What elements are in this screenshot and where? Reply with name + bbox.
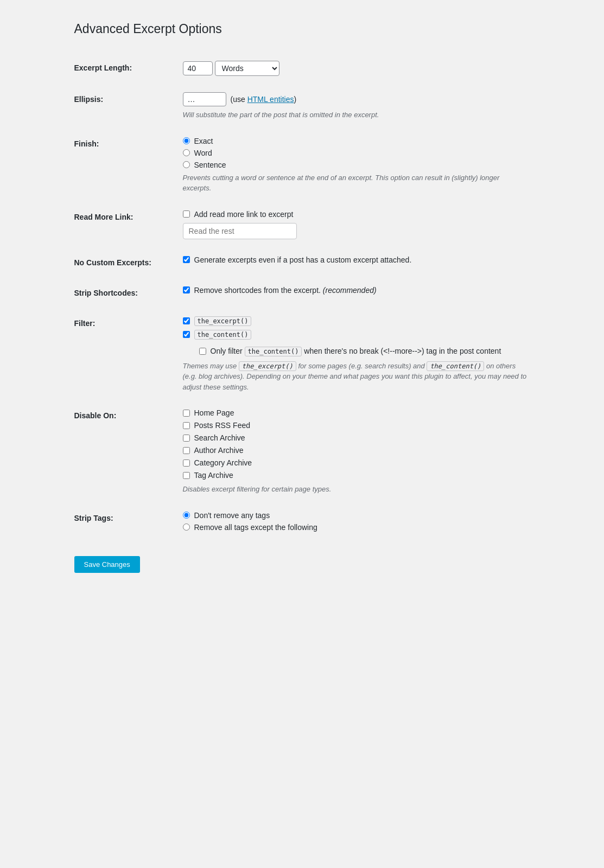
excerpt-length-wrapper: Words Characters	[183, 61, 530, 76]
only-filter-code: the_content()	[245, 347, 302, 356]
strip-tags-radio-group: Don't remove any tags Remove all tags ex…	[183, 511, 530, 532]
no-custom-excerpts-label: No Custom Excerpts:	[74, 247, 183, 278]
filter-label: Filter:	[74, 308, 183, 401]
strip-tags-except-radio[interactable]: Remove all tags except the following	[183, 523, 530, 532]
ellipsis-row: (use HTML entities)	[183, 92, 530, 106]
strip-shortcodes-text: Remove shortcodes from the excerpt. (rec…	[194, 286, 377, 295]
filter-the-content-label[interactable]: the_content()	[183, 330, 530, 340]
disable-on-list: Home Page Posts RSS Feed Search Archive …	[183, 409, 530, 480]
filter-the-excerpt-code: the_excerpt()	[194, 316, 252, 326]
ellipsis-input[interactable]	[183, 92, 226, 106]
strip-tags-none-radio[interactable]: Don't remove any tags	[183, 511, 530, 520]
finish-radio-group: Exact Word Sentence	[183, 137, 530, 169]
save-changes-button[interactable]: Save Changes	[74, 556, 140, 573]
filter-the-excerpt-checkbox[interactable]	[183, 317, 190, 324]
ellipsis-description: Will substitute the part of the post tha…	[183, 110, 530, 120]
ellipsis-label: Ellipsis:	[74, 84, 183, 129]
filter-only-filter-checkbox[interactable]	[199, 348, 206, 355]
read-more-checkbox[interactable]	[183, 210, 190, 218]
filter-desc-code1: the_excerpt()	[239, 361, 296, 371]
filter-description: Themes may use the_excerpt() for some pa…	[183, 361, 530, 393]
ellipsis-use-text: (use HTML entities)	[231, 95, 297, 104]
strip-shortcodes-checkbox[interactable]	[183, 286, 190, 293]
finish-description: Prevents cutting a word or sentence at t…	[183, 173, 530, 194]
read-more-checkbox-label[interactable]: Add read more link to excerpt	[183, 210, 530, 219]
disable-on-category[interactable]: Category Archive	[183, 458, 530, 467]
strip-tags-label: Strip Tags:	[74, 503, 183, 540]
read-more-label: Read More Link:	[74, 202, 183, 247]
read-more-checkbox-text: Add read more link to excerpt	[194, 210, 294, 219]
no-custom-excerpts-checkbox-label[interactable]: Generate excerpts even if a post has a c…	[183, 256, 530, 264]
disable-on-tag[interactable]: Tag Archive	[183, 471, 530, 480]
finish-sentence-radio[interactable]: Sentence	[183, 161, 530, 169]
strip-shortcodes-checkbox-label[interactable]: Remove shortcodes from the excerpt. (rec…	[183, 286, 530, 295]
filter-the-content-code: the_content()	[194, 330, 252, 340]
filter-only-filter-wrapper: Only filter the_content() when there's n…	[199, 347, 530, 355]
strip-shortcodes-label: Strip Shortcodes:	[74, 278, 183, 308]
disable-on-home[interactable]: Home Page	[183, 409, 530, 417]
settings-form: Excerpt Length: Words Characters Ellipsi…	[74, 53, 530, 540]
excerpt-unit-select[interactable]: Words Characters	[215, 61, 279, 76]
read-more-text-input[interactable]	[183, 223, 297, 239]
finish-exact-radio[interactable]: Exact	[183, 137, 530, 145]
excerpt-length-input[interactable]	[183, 61, 213, 75]
finish-label: Finish:	[74, 129, 183, 202]
page-title: Advanced Excerpt Options	[74, 16, 530, 36]
no-custom-excerpts-text: Generate excerpts even if a post has a c…	[194, 256, 412, 264]
no-custom-excerpts-checkbox[interactable]	[183, 256, 190, 263]
filter-options: the_excerpt() the_content() Only filter …	[183, 316, 530, 355]
filter-only-filter-label[interactable]: Only filter the_content() when there's n…	[199, 347, 501, 355]
filter-desc-code2: the_content()	[427, 361, 484, 371]
finish-word-radio[interactable]: Word	[183, 149, 530, 157]
disable-on-search[interactable]: Search Archive	[183, 433, 530, 442]
filter-the-content-checkbox[interactable]	[183, 331, 190, 338]
filter-the-excerpt-label[interactable]: the_excerpt()	[183, 316, 530, 326]
html-entities-link[interactable]: HTML entities	[247, 95, 294, 104]
disable-on-description: Disables excerpt filtering for certain p…	[183, 484, 530, 495]
disable-on-label: Disable On:	[74, 400, 183, 503]
excerpt-length-label: Excerpt Length:	[74, 53, 183, 84]
disable-on-author[interactable]: Author Archive	[183, 446, 530, 455]
disable-on-rss[interactable]: Posts RSS Feed	[183, 421, 530, 430]
